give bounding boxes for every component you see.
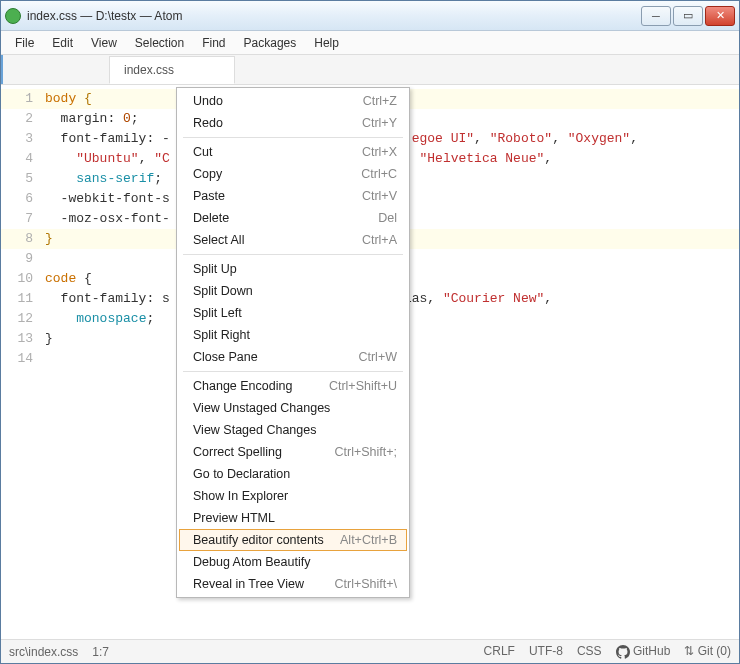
line-number: 4 — [1, 149, 45, 169]
context-menu-item[interactable]: CopyCtrl+C — [179, 163, 407, 185]
line-number: 11 — [1, 289, 45, 309]
context-menu-separator — [183, 254, 403, 255]
tab-spacer — [1, 55, 109, 84]
menu-help[interactable]: Help — [306, 33, 347, 53]
status-github[interactable]: GitHub — [616, 644, 671, 659]
context-menu-shortcut: Ctrl+Z — [363, 94, 397, 108]
context-menu-item[interactable]: Split Left — [179, 302, 407, 324]
context-menu-label: View Staged Changes — [193, 423, 316, 437]
context-menu-item[interactable]: Split Down — [179, 280, 407, 302]
context-menu-item[interactable]: UndoCtrl+Z — [179, 90, 407, 112]
menu-view[interactable]: View — [83, 33, 125, 53]
context-menu-item[interactable]: Split Right — [179, 324, 407, 346]
context-menu-item[interactable]: Close PaneCtrl+W — [179, 346, 407, 368]
status-eol[interactable]: CRLF — [484, 644, 515, 658]
context-menu-item[interactable]: View Staged Changes — [179, 419, 407, 441]
context-menu-label: Split Right — [193, 328, 250, 342]
context-menu-separator — [183, 137, 403, 138]
context-menu-item[interactable]: Debug Atom Beautify — [179, 551, 407, 573]
tab-label: index.css — [124, 63, 174, 77]
line-number: 3 — [1, 129, 45, 149]
context-menu-label: Show In Explorer — [193, 489, 288, 503]
line-number: 7 — [1, 209, 45, 229]
close-button[interactable]: ✕ — [705, 6, 735, 26]
editor-area[interactable]: 1234567891011121314 body { margin: 0; fo… — [1, 85, 739, 639]
context-menu-label: View Unstaged Changes — [193, 401, 330, 415]
context-menu-item[interactable]: Beautify editor contentsAlt+Ctrl+B — [179, 529, 407, 551]
context-menu-item[interactable]: Correct SpellingCtrl+Shift+; — [179, 441, 407, 463]
status-path[interactable]: src\index.css — [9, 645, 78, 659]
status-cursor-position[interactable]: 1:7 — [92, 645, 109, 659]
menu-find[interactable]: Find — [194, 33, 233, 53]
context-menu-label: Split Down — [193, 284, 253, 298]
status-git[interactable]: Git (0) — [684, 644, 731, 658]
menu-file[interactable]: File — [7, 33, 42, 53]
context-menu-shortcut: Ctrl+C — [361, 167, 397, 181]
minimize-button[interactable]: ─ — [641, 6, 671, 26]
context-menu-item[interactable]: Change EncodingCtrl+Shift+U — [179, 375, 407, 397]
context-menu-item[interactable]: RedoCtrl+Y — [179, 112, 407, 134]
context-menu-shortcut: Ctrl+Shift+\ — [334, 577, 397, 591]
statusbar: src\index.css 1:7 CRLF UTF-8 CSS GitHub … — [1, 639, 739, 663]
context-menu-label: Debug Atom Beautify — [193, 555, 310, 569]
menu-selection[interactable]: Selection — [127, 33, 192, 53]
context-menu-label: Correct Spelling — [193, 445, 282, 459]
context-menu-separator — [183, 371, 403, 372]
line-number: 9 — [1, 249, 45, 269]
context-menu-label: Copy — [193, 167, 222, 181]
context-menu-shortcut: Ctrl+Shift+; — [334, 445, 397, 459]
context-menu-label: Paste — [193, 189, 225, 203]
context-menu-item[interactable]: Show In Explorer — [179, 485, 407, 507]
context-menu-shortcut: Ctrl+Y — [362, 116, 397, 130]
line-number: 6 — [1, 189, 45, 209]
context-menu-item[interactable]: Reveal in Tree ViewCtrl+Shift+\ — [179, 573, 407, 595]
titlebar: index.css — D:\testx — Atom ─ ▭ ✕ — [1, 1, 739, 31]
context-menu-shortcut: Alt+Ctrl+B — [340, 533, 397, 547]
window: index.css — D:\testx — Atom ─ ▭ ✕ File E… — [0, 0, 740, 664]
line-number: 5 — [1, 169, 45, 189]
menu-packages[interactable]: Packages — [236, 33, 305, 53]
line-number: 2 — [1, 109, 45, 129]
window-title: index.css — D:\testx — Atom — [27, 9, 641, 23]
tabbar: index.css — [1, 55, 739, 85]
context-menu-item[interactable]: Go to Declaration — [179, 463, 407, 485]
line-number: 12 — [1, 309, 45, 329]
line-number: 10 — [1, 269, 45, 289]
context-menu-label: Change Encoding — [193, 379, 292, 393]
context-menu-shortcut: Ctrl+Shift+U — [329, 379, 397, 393]
context-menu-shortcut: Ctrl+W — [358, 350, 397, 364]
menu-edit[interactable]: Edit — [44, 33, 81, 53]
context-menu-shortcut: Del — [378, 211, 397, 225]
context-menu-item[interactable]: Preview HTML — [179, 507, 407, 529]
context-menu-item[interactable]: DeleteDel — [179, 207, 407, 229]
context-menu-label: Reveal in Tree View — [193, 577, 304, 591]
context-menu-label: Cut — [193, 145, 212, 159]
tab-active[interactable]: index.css — [109, 56, 235, 84]
line-number: 13 — [1, 329, 45, 349]
context-menu-item[interactable]: PasteCtrl+V — [179, 185, 407, 207]
status-language[interactable]: CSS — [577, 644, 602, 658]
context-menu-label: Undo — [193, 94, 223, 108]
context-menu-item[interactable]: Split Up — [179, 258, 407, 280]
context-menu-label: Delete — [193, 211, 229, 225]
line-number: 14 — [1, 349, 45, 369]
context-menu-label: Split Up — [193, 262, 237, 276]
status-encoding[interactable]: UTF-8 — [529, 644, 563, 658]
context-menu-item[interactable]: CutCtrl+X — [179, 141, 407, 163]
line-number: 8 — [1, 229, 45, 249]
context-menu-shortcut: Ctrl+A — [362, 233, 397, 247]
context-menu-label: Redo — [193, 116, 223, 130]
gutter: 1234567891011121314 — [1, 85, 45, 639]
context-menu-item[interactable]: View Unstaged Changes — [179, 397, 407, 419]
context-menu-label: Select All — [193, 233, 244, 247]
context-menu-label: Preview HTML — [193, 511, 275, 525]
menubar: File Edit View Selection Find Packages H… — [1, 31, 739, 55]
context-menu-label: Split Left — [193, 306, 242, 320]
maximize-button[interactable]: ▭ — [673, 6, 703, 26]
app-icon — [5, 8, 21, 24]
context-menu-shortcut: Ctrl+V — [362, 189, 397, 203]
context-menu-label: Go to Declaration — [193, 467, 290, 481]
window-controls: ─ ▭ ✕ — [641, 6, 735, 26]
context-menu-label: Beautify editor contents — [193, 533, 324, 547]
context-menu-item[interactable]: Select AllCtrl+A — [179, 229, 407, 251]
